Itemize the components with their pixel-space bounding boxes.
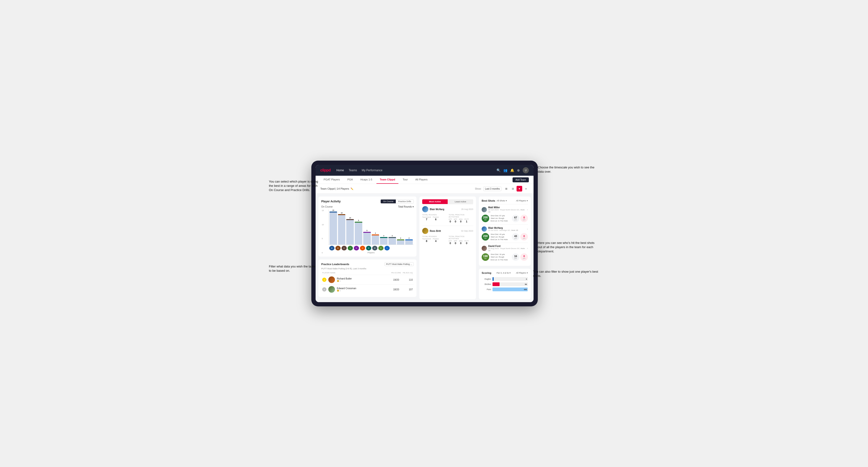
scoring-row-pars: Pars 499 (482, 287, 528, 291)
shot-yards-val-red-2: 0 (523, 235, 525, 238)
shots-filter[interactable]: All Shots ▾ (497, 199, 507, 202)
practice-drills-toggle[interactable]: Practice Drills (396, 199, 413, 203)
tab-hcaps[interactable]: Hcaps 1-5 (357, 176, 375, 184)
active-player-card-1: Blair McHarg 26 Aug 2023 Total Rounds (422, 204, 473, 226)
apc-header-1: Blair McHarg 26 Aug 2023 (422, 206, 473, 212)
tab-pgat-players[interactable]: PGAT Players (320, 176, 343, 184)
bar-group-6: 3 (380, 235, 388, 245)
score-richard: 19/20 (387, 279, 399, 281)
shot-yards-unit-3: yds (515, 257, 517, 259)
birdies-bar (493, 282, 500, 286)
team-controls: Show: Last 3 months ⊞ ⊟ ♥ ≡ (475, 186, 529, 191)
least-active-tab[interactable]: Least Active (448, 199, 473, 204)
annotation-middle-left: Filter what data you wish the table to b… (269, 264, 316, 273)
on-course-toggle[interactable]: On Course (381, 199, 396, 203)
player-avatar-chart-6: R (366, 246, 371, 250)
chart-dropdown[interactable]: Total Rounds ▾ (398, 206, 414, 208)
shots-filter-label: All Shots (497, 199, 505, 202)
search-icon[interactable]: 🔍 (497, 168, 500, 172)
edit-icon[interactable]: ✏️ (350, 187, 353, 190)
add-circle-icon[interactable]: ⊕ (517, 168, 520, 172)
player-avatar-chart-1: B (335, 246, 341, 250)
player-avatar-chart-0: B (329, 246, 335, 250)
apc-date-rees: 02 Sep 2023 (461, 230, 473, 232)
right-panel: Best Shots All Shots ▾ All Players ▾ (479, 196, 531, 299)
shot-card-1: Matt Miller 09 Jun 2023 · Royal North De… (482, 204, 528, 224)
team-name-text: Team Clippd | 14 Players (320, 187, 349, 190)
left-panel: Player Activity On Course Practice Drill… (318, 196, 416, 299)
scoring-all-players[interactable]: All Players ▾ (516, 272, 528, 274)
avatar[interactable]: U (523, 167, 529, 173)
leaderboard-dropdown[interactable]: PUTT Must Make Putting ... (384, 262, 414, 266)
player-rank-richard: 😊1 (337, 280, 385, 282)
bar-group-0: 13 (330, 210, 337, 245)
bar-chart-area: 1312109543322 (328, 210, 414, 245)
all-players-filter[interactable]: All Players ▾ (516, 199, 528, 202)
x-axis-label: Players (328, 251, 414, 254)
shot-yards-unit-1: yds (515, 219, 517, 220)
scoring-bars: Eagles 3 Birdies (482, 276, 528, 294)
bar-group-5: 4 (372, 232, 379, 245)
chart-controls: On Course Total Rounds ▾ (321, 206, 414, 208)
tab-tour[interactable]: Tour (399, 176, 411, 184)
shot-chevron-3[interactable]: › (527, 247, 528, 250)
shot-yards-unit-red-2: yds (523, 238, 526, 239)
avg-edward: 107 (401, 288, 413, 291)
tab-pga[interactable]: PGA (344, 176, 356, 184)
shot-badge-2: 200 SG (482, 233, 489, 241)
leaderboard-header: Practice Leaderboards PUTT Must Make Put… (321, 262, 414, 266)
scoring-card: Scoring Par 3, 4 & 5s ▾ All Players ▾ (479, 269, 531, 299)
people-icon[interactable]: 👥 (503, 168, 507, 172)
grid-alt-view-button[interactable]: ⊟ (510, 186, 516, 191)
player-activity-card: Player Activity On Course Practice Drill… (318, 196, 416, 257)
scoring-filter[interactable]: Par 3, 4 & 5s ▾ (497, 272, 511, 274)
player-avatar-chart-8: E (378, 246, 383, 250)
top-navigation: clippd Home Teams My Performance 🔍 👥 🔔 ⊕… (316, 165, 533, 176)
apc-stats-row-2: Total Rounds Tournament 8 Practice (422, 236, 473, 245)
player-name-edward: Edward Crossman (337, 287, 385, 290)
shot-yards-box-red-3: 0 yds (520, 253, 528, 261)
bell-icon[interactable]: 🔔 (510, 168, 514, 172)
total-rounds-values-rees: Tournament 8 Practice 4 (422, 238, 447, 243)
shot-chevron-1[interactable]: › (527, 208, 528, 211)
page-wrapper: You can select which player is doing the… (269, 161, 599, 306)
grid-view-button[interactable]: ⊞ (503, 186, 509, 191)
time-filter-select[interactable]: Last 3 months (483, 187, 501, 191)
shot-yards-val-2: 43 (514, 235, 517, 238)
annotation-bottom-right: You can also filter to show just one pla… (533, 270, 599, 278)
gtt-rees: GTT 0 (448, 240, 452, 245)
total-rounds-label: Total Rounds (422, 214, 447, 216)
scoring-all-label: All Players (516, 272, 526, 274)
shot-yards-box-red-1: 0 yds (520, 215, 528, 222)
bar-group-1: 12 (338, 212, 346, 245)
player-avatar-edward (328, 286, 335, 293)
shot-player-row-3: David Ford 24 Aug 2023 · Royal North Dev… (482, 245, 528, 252)
bar-group-8: 2 (397, 237, 404, 245)
best-shots-card: Best Shots All Shots ▾ All Players ▾ (479, 196, 531, 266)
tab-team-clippd[interactable]: Team Clippd (376, 176, 398, 184)
list-view-button[interactable]: ≡ (523, 186, 529, 191)
shot-avatar-matt (482, 207, 487, 212)
shot-yards-box-2: 43 yds (512, 233, 519, 241)
nav-home[interactable]: Home (336, 168, 344, 172)
tab-all-players[interactable]: All Players (412, 176, 431, 184)
putt-rees: PUTT 0 (464, 240, 469, 245)
logo: clippd (320, 168, 331, 173)
heart-view-button[interactable]: ♥ (517, 186, 522, 191)
add-team-button[interactable]: Add Team (513, 177, 529, 182)
shot-player-row-1: Matt Miller 09 Jun 2023 · Royal North De… (482, 206, 528, 213)
shot-badge-num-2: 200 (483, 235, 488, 238)
shot-yards-group-1: 67 yds 0 yds (512, 215, 528, 222)
nav-teams[interactable]: Teams (349, 168, 357, 172)
apc-stats-row-1: Total Rounds Tournament 7 Practice (422, 214, 473, 223)
total-rounds-label-rees: Total Rounds (422, 236, 447, 238)
shot-details-3: 198 SG Shot Dist: 16 yds Start Lie: Roug… (482, 253, 528, 261)
show-label: Show: (475, 187, 482, 190)
practice-rounds: Practice 6 (433, 216, 439, 221)
most-active-tab[interactable]: Most Active (422, 199, 448, 204)
chart-dropdown-label: Total Rounds (398, 206, 412, 208)
nav-my-performance[interactable]: My Performance (362, 168, 382, 172)
best-shots-title: Best Shots (482, 199, 495, 202)
shot-chevron-2[interactable]: › (527, 227, 528, 231)
apc-date-blair: 26 Aug 2023 (461, 208, 473, 210)
